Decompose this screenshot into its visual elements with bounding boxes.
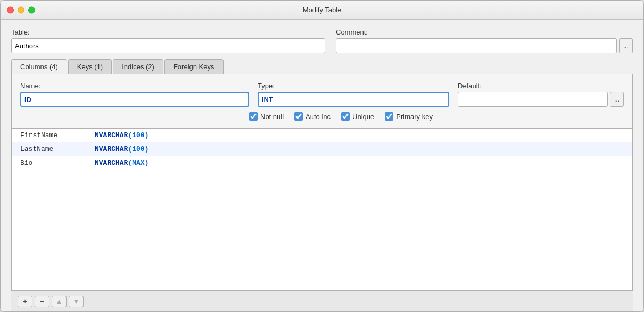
primary-key-label: Primary key <box>396 113 433 121</box>
table-group: Table: <box>11 28 325 53</box>
type-group: Type: <box>258 82 449 107</box>
name-label: Name: <box>20 82 249 90</box>
table-row[interactable]: FirstName NVARCHAR(100) <box>12 129 632 142</box>
comment-group: Comment: ... <box>336 28 633 53</box>
down-button[interactable]: ▼ <box>69 296 84 307</box>
add-button[interactable]: + <box>18 296 32 307</box>
maximize-button[interactable] <box>28 6 35 13</box>
table-input-wrap <box>11 38 325 53</box>
name-input[interactable] <box>20 92 249 107</box>
tab-indices[interactable]: Indices (2) <box>113 59 163 74</box>
primary-key-checkbox-item[interactable]: Primary key <box>385 112 433 121</box>
table-row[interactable]: LastName NVARCHAR(100) <box>12 142 632 156</box>
auto-inc-checkbox[interactable] <box>294 112 303 121</box>
not-null-label: Not null <box>260 113 284 121</box>
not-null-checkbox[interactable] <box>249 112 258 121</box>
comment-input-wrap: ... <box>336 38 633 53</box>
minimize-button[interactable] <box>18 6 24 13</box>
table-row[interactable]: Bio NVARCHAR(MAX) <box>12 156 632 170</box>
edit-fields-row: Name: Type: Default: ... <box>20 82 624 107</box>
type-label: Type: <box>258 82 449 90</box>
comment-input[interactable] <box>336 38 617 53</box>
not-null-checkbox-item[interactable]: Not null <box>249 112 284 121</box>
window: Modify Table Table: Comment: ... Columns… <box>0 0 644 312</box>
row-type-firstname: NVARCHAR(100) <box>95 131 148 139</box>
default-group: Default: ... <box>458 82 624 107</box>
type-input[interactable] <box>258 92 449 107</box>
default-label: Default: <box>458 82 608 90</box>
form-row: Table: Comment: ... <box>11 28 633 53</box>
row-type-bio: NVARCHAR(MAX) <box>95 159 148 167</box>
row-name-firstname: FirstName <box>20 131 95 139</box>
content: Table: Comment: ... Columns (4) Keys (1)… <box>1 20 643 311</box>
unique-label: Unique <box>352 113 374 121</box>
data-table: FirstName NVARCHAR(100) LastName NVARCHA… <box>11 129 633 291</box>
comment-ellipsis-button[interactable]: ... <box>619 38 633 53</box>
window-title: Modify Table <box>303 6 342 14</box>
default-input[interactable] <box>458 92 608 107</box>
remove-button[interactable]: − <box>35 296 49 307</box>
name-group: Name: <box>20 82 249 107</box>
table-input[interactable] <box>11 38 325 53</box>
titlebar: Modify Table <box>1 1 643 20</box>
default-ellipsis-button[interactable]: ... <box>610 92 624 107</box>
auto-inc-checkbox-item[interactable]: Auto inc <box>294 112 331 121</box>
tabs: Columns (4) Keys (1) Indices (2) Foreign… <box>11 58 633 74</box>
tab-foreign-keys[interactable]: Foreign Keys <box>164 59 224 74</box>
unique-checkbox[interactable] <box>341 112 350 121</box>
bottom-toolbar: + − ▲ ▼ <box>11 291 633 311</box>
unique-checkbox-item[interactable]: Unique <box>341 112 374 121</box>
close-button[interactable] <box>7 6 14 13</box>
comment-label: Comment: <box>336 28 633 36</box>
row-name-bio: Bio <box>20 159 95 167</box>
up-button[interactable]: ▲ <box>52 296 67 307</box>
default-inner: Default: <box>458 82 608 107</box>
tab-keys[interactable]: Keys (1) <box>68 59 112 74</box>
checkboxes-row: Not null Auto inc Unique Primary key <box>20 112 624 121</box>
row-type-lastname: NVARCHAR(100) <box>95 145 148 153</box>
traffic-lights <box>7 6 35 13</box>
edit-panel: Name: Type: Default: ... <box>11 74 633 129</box>
row-name-lastname: LastName <box>20 145 95 153</box>
tab-columns[interactable]: Columns (4) <box>11 59 67 74</box>
table-label: Table: <box>11 28 325 36</box>
primary-key-checkbox[interactable] <box>385 112 393 121</box>
auto-inc-label: Auto inc <box>306 113 331 121</box>
